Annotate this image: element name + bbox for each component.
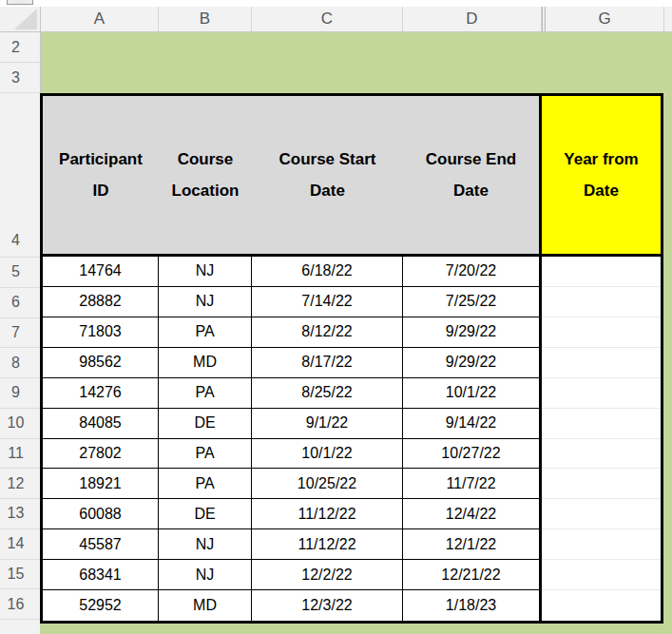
- cell-start-date[interactable]: 10/25/22: [252, 469, 403, 499]
- cell-year-from-date[interactable]: [542, 560, 661, 590]
- row-header-5[interactable]: 5: [0, 258, 40, 288]
- cell-location[interactable]: PA: [159, 378, 252, 409]
- select-all-button[interactable]: [0, 7, 41, 31]
- cell-end-date[interactable]: 10/1/22: [403, 378, 542, 409]
- cell-end-date[interactable]: 9/14/22: [403, 409, 542, 439]
- row-header-12[interactable]: 12: [0, 469, 40, 499]
- cell-end-date[interactable]: 1/18/23: [403, 590, 542, 621]
- row-header-8[interactable]: 8: [0, 348, 40, 378]
- cell-year-from-date[interactable]: [542, 348, 661, 378]
- cell-year-from-date[interactable]: [542, 469, 661, 499]
- column-header-g[interactable]: G: [546, 7, 664, 31]
- row-header-17[interactable]: [0, 620, 40, 634]
- table-row: 68341 NJ 12/2/22 12/21/22: [43, 560, 661, 590]
- cell-participant-id[interactable]: 14764: [43, 257, 159, 287]
- header-year-from-date[interactable]: Year from Date: [542, 96, 661, 254]
- cell-end-date[interactable]: 9/29/22: [403, 317, 542, 348]
- table-row: 60088 DE 11/12/22 12/4/22: [43, 499, 661, 529]
- cell-year-from-date[interactable]: [542, 257, 661, 287]
- row-header-6[interactable]: 6: [0, 288, 40, 318]
- cell-year-from-date[interactable]: [542, 529, 661, 560]
- cell-end-date[interactable]: 9/29/22: [403, 348, 542, 378]
- cell-location[interactable]: DE: [159, 499, 252, 529]
- cell-year-from-date[interactable]: [542, 499, 661, 529]
- green-filled-right-column[interactable]: [663, 93, 672, 634]
- cell-participant-id[interactable]: 27802: [43, 439, 159, 470]
- cell-start-date[interactable]: 10/1/22: [252, 439, 403, 470]
- cell-participant-id[interactable]: 68341: [43, 560, 159, 590]
- cell-start-date[interactable]: 8/25/22: [252, 378, 403, 409]
- row-header-14[interactable]: 14: [0, 529, 40, 560]
- window-chrome-fragment: [7, 0, 33, 5]
- row-header-10[interactable]: 10: [0, 409, 40, 439]
- column-header-next-sliver[interactable]: [664, 7, 672, 31]
- cell-location[interactable]: DE: [159, 409, 252, 439]
- row-header-9[interactable]: 9: [0, 378, 40, 409]
- header-participant-id[interactable]: Participant ID: [43, 96, 159, 254]
- cell-participant-id[interactable]: 14276: [43, 378, 159, 409]
- row-header-gutter: 2 3 4 5 6 7 8 9 10 11 12 13 14 15 16: [0, 32, 41, 634]
- excel-worksheet: A B C D G 2 3 4 5 6 7 8 9 10 11 12 13 14…: [0, 0, 672, 634]
- cell-end-date[interactable]: 7/25/22: [403, 287, 542, 317]
- cell-start-date[interactable]: 8/12/22: [252, 317, 403, 348]
- header-course-start-date[interactable]: Course Start Date: [252, 96, 403, 254]
- header-course-end-date[interactable]: Course End Date: [403, 96, 542, 254]
- cell-start-date[interactable]: 7/14/22: [252, 287, 403, 317]
- cell-start-date[interactable]: 8/17/22: [252, 348, 403, 378]
- cell-participant-id[interactable]: 18921: [43, 469, 159, 499]
- cell-year-from-date[interactable]: [542, 439, 661, 470]
- cell-participant-id[interactable]: 84085: [43, 409, 159, 439]
- cell-start-date[interactable]: 11/12/22: [252, 529, 403, 560]
- cell-location[interactable]: PA: [159, 469, 252, 499]
- cell-location[interactable]: PA: [159, 317, 252, 348]
- cell-location[interactable]: PA: [159, 439, 252, 470]
- cell-location[interactable]: NJ: [159, 257, 252, 287]
- cell-location[interactable]: MD: [159, 590, 252, 621]
- cell-end-date[interactable]: 12/21/22: [403, 560, 542, 590]
- column-header-d[interactable]: D: [403, 7, 542, 31]
- cell-year-from-date[interactable]: [542, 317, 661, 348]
- cell-participant-id[interactable]: 45587: [43, 529, 159, 560]
- column-header-a[interactable]: A: [41, 7, 159, 31]
- table-row: 14276 PA 8/25/22 10/1/22: [43, 378, 661, 409]
- cell-end-date[interactable]: 10/27/22: [403, 439, 542, 470]
- row-header-16[interactable]: 16: [0, 589, 40, 620]
- green-filled-rows-2-3[interactable]: [41, 32, 672, 93]
- cell-start-date[interactable]: 12/2/22: [252, 560, 403, 590]
- cell-participant-id[interactable]: 71803: [43, 317, 159, 348]
- cell-start-date[interactable]: 9/1/22: [252, 409, 403, 439]
- row-header-2[interactable]: 2: [0, 32, 40, 63]
- row-header-7[interactable]: 7: [0, 318, 40, 349]
- cell-year-from-date[interactable]: [542, 378, 661, 409]
- cell-location[interactable]: MD: [159, 348, 252, 378]
- cell-location[interactable]: NJ: [159, 287, 252, 317]
- row-header-15[interactable]: 15: [0, 560, 40, 590]
- row-header-11[interactable]: 11: [0, 439, 40, 470]
- cell-participant-id[interactable]: 52952: [43, 590, 159, 621]
- cell-end-date[interactable]: 7/20/22: [403, 257, 542, 287]
- cell-participant-id[interactable]: 60088: [43, 499, 159, 529]
- cell-year-from-date[interactable]: [542, 409, 661, 439]
- table-row: 27802 PA 10/1/22 10/27/22: [43, 439, 661, 470]
- table-header-row: Participant ID Course Location Course St…: [43, 96, 661, 257]
- table-row: 52952 MD 12/3/22 1/18/23: [43, 590, 661, 621]
- row-header-4[interactable]: 4: [0, 93, 40, 258]
- cell-start-date[interactable]: 6/18/22: [252, 257, 403, 287]
- cell-year-from-date[interactable]: [542, 590, 661, 621]
- cell-end-date[interactable]: 12/1/22: [403, 529, 542, 560]
- cell-start-date[interactable]: 11/12/22: [252, 499, 403, 529]
- header-course-location[interactable]: Course Location: [159, 96, 252, 254]
- cell-participant-id[interactable]: 28882: [43, 287, 159, 317]
- column-header-c[interactable]: C: [252, 7, 403, 31]
- cell-location[interactable]: NJ: [159, 529, 252, 560]
- cell-end-date[interactable]: 11/7/22: [403, 469, 542, 499]
- cell-participant-id[interactable]: 98562: [43, 348, 159, 378]
- cell-end-date[interactable]: 12/4/22: [403, 499, 542, 529]
- green-filled-bottom-row[interactable]: [40, 624, 663, 634]
- row-header-3[interactable]: 3: [0, 63, 40, 93]
- cell-start-date[interactable]: 12/3/22: [252, 590, 403, 621]
- cell-location[interactable]: NJ: [159, 560, 252, 590]
- cell-year-from-date[interactable]: [542, 287, 661, 317]
- row-header-13[interactable]: 13: [0, 499, 40, 529]
- column-header-b[interactable]: B: [159, 7, 252, 31]
